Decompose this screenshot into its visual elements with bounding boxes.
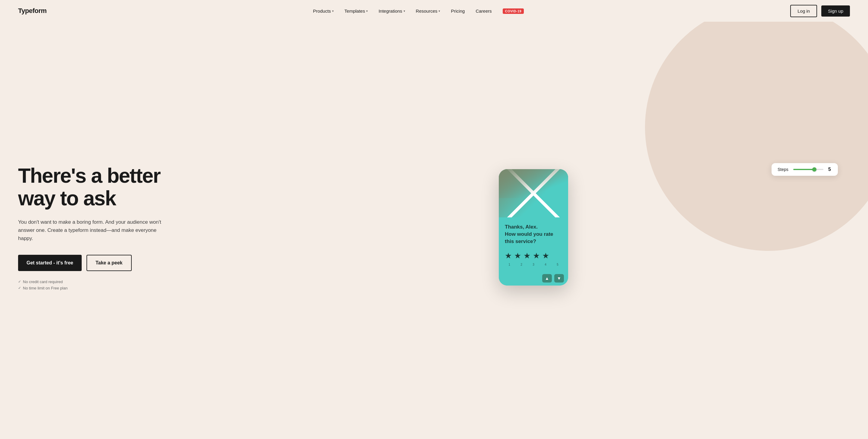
- phone-navigation: ▲ ▼: [499, 271, 568, 286]
- phone-star-labels: 1 2 3 4 5: [505, 263, 562, 266]
- phone-nav-up[interactable]: ▲: [542, 274, 552, 283]
- nav-item-careers[interactable]: Careers: [475, 8, 492, 13]
- steps-slider-thumb: [812, 167, 816, 172]
- star-label-3: 3: [530, 263, 537, 266]
- hero-title: There's a better way to ask: [18, 164, 199, 209]
- nav-link-integrations[interactable]: Integrations ▾: [378, 8, 405, 13]
- steps-count: 5: [828, 167, 832, 172]
- nav-link-pricing[interactable]: Pricing: [451, 8, 465, 13]
- star-4[interactable]: ★: [533, 251, 540, 261]
- hero-section: There's a better way to ask You don't wa…: [0, 22, 868, 439]
- star-1[interactable]: ★: [505, 251, 512, 261]
- chevron-down-icon: ▾: [332, 9, 334, 13]
- hero-note-1: No credit card required: [18, 280, 199, 284]
- steps-label: Steps: [778, 167, 788, 172]
- nav-item-pricing[interactable]: Pricing: [451, 8, 465, 13]
- nav-link-templates[interactable]: Templates ▾: [344, 8, 368, 13]
- hero-content: There's a better way to ask You don't wa…: [18, 164, 199, 290]
- nav-actions: Log in Sign up: [790, 5, 850, 17]
- steps-slider-fill: [793, 169, 814, 170]
- navbar: Typeform Products ▾ Templates ▾ Integrat…: [0, 0, 868, 22]
- covid-badge-item[interactable]: COVID-19: [503, 8, 524, 13]
- phone-top-image: [499, 169, 568, 217]
- nav-item-products[interactable]: Products ▾: [313, 8, 334, 13]
- phone-greeting: Thanks, Alex. How would you rate this se…: [505, 224, 562, 245]
- star-3[interactable]: ★: [524, 251, 530, 261]
- nav-link-resources[interactable]: Resources ▾: [416, 8, 440, 13]
- chevron-down-icon: ▾: [404, 9, 405, 13]
- signup-button[interactable]: Sign up: [821, 5, 850, 17]
- login-button[interactable]: Log in: [790, 5, 817, 17]
- phone-image-overlay: [499, 169, 568, 198]
- star-label-4: 4: [541, 263, 550, 266]
- get-started-button[interactable]: Get started - it's free: [18, 255, 82, 271]
- nav-item-integrations[interactable]: Integrations ▾: [378, 8, 405, 13]
- nav-links: Products ▾ Templates ▾ Integrations ▾ Re…: [313, 8, 524, 13]
- hero-note-2: No time limit on Free plan: [18, 286, 199, 290]
- phone-nav-down[interactable]: ▼: [554, 274, 564, 283]
- take-peek-button[interactable]: Take a peek: [87, 255, 132, 271]
- star-label-1: 1: [505, 263, 513, 266]
- steps-slider[interactable]: [793, 169, 824, 170]
- star-2[interactable]: ★: [514, 251, 521, 261]
- star-label-5: 5: [554, 263, 561, 266]
- hero-buttons: Get started - it's free Take a peek: [18, 255, 199, 271]
- hero-visual: Steps 5 Thanks, Alex. How would you rate…: [199, 169, 850, 285]
- nav-item-resources[interactable]: Resources ▾: [416, 8, 440, 13]
- star-5[interactable]: ★: [542, 251, 549, 261]
- star-label-2: 2: [518, 263, 525, 266]
- chevron-down-icon: ▾: [366, 9, 368, 13]
- chevron-down-icon: ▾: [438, 9, 440, 13]
- phone-body: Thanks, Alex. How would you rate this se…: [499, 217, 568, 271]
- steps-widget: Steps 5: [772, 163, 838, 176]
- phone-stars: ★ ★ ★ ★ ★: [505, 251, 562, 261]
- nav-link-careers[interactable]: Careers: [475, 8, 492, 13]
- logo[interactable]: Typeform: [18, 7, 47, 15]
- hero-notes: No credit card required No time limit on…: [18, 280, 199, 290]
- covid-badge[interactable]: COVID-19: [503, 8, 524, 14]
- nav-item-templates[interactable]: Templates ▾: [344, 8, 368, 13]
- nav-link-products[interactable]: Products ▾: [313, 8, 334, 13]
- phone-mockup: Thanks, Alex. How would you rate this se…: [499, 169, 568, 285]
- hero-subtitle: You don't want to make a boring form. An…: [18, 218, 163, 243]
